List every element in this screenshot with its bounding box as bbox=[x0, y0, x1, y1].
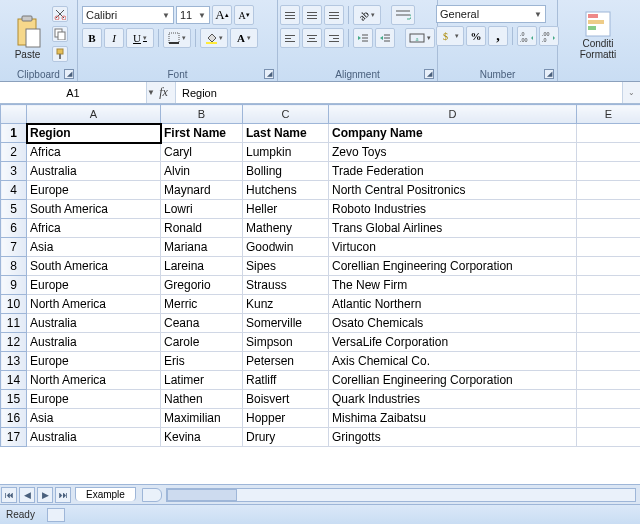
font-size-combo[interactable]: 11▼ bbox=[176, 6, 210, 24]
tab-nav-last[interactable]: ⏭ bbox=[55, 487, 71, 503]
paste-button[interactable]: Paste bbox=[8, 2, 48, 62]
cell[interactable]: Petersen bbox=[243, 352, 329, 371]
percent-button[interactable]: % bbox=[466, 26, 486, 46]
row-header[interactable]: 4 bbox=[1, 181, 27, 200]
fill-color-button[interactable]: ▾ bbox=[200, 28, 228, 48]
row-header[interactable]: 12 bbox=[1, 333, 27, 352]
cell[interactable] bbox=[577, 333, 641, 352]
cell[interactable]: Ratliff bbox=[243, 371, 329, 390]
align-top-button[interactable] bbox=[280, 5, 300, 25]
cell[interactable] bbox=[577, 314, 641, 333]
horizontal-scrollbar[interactable] bbox=[166, 488, 636, 502]
cell[interactable]: Asia bbox=[27, 238, 161, 257]
row-header[interactable]: 15 bbox=[1, 390, 27, 409]
insert-sheet-button[interactable] bbox=[142, 488, 162, 502]
cell[interactable]: North America bbox=[27, 371, 161, 390]
cell[interactable]: Corellian Engineering Corporation bbox=[329, 257, 577, 276]
cell[interactable]: Lareina bbox=[161, 257, 243, 276]
cell[interactable]: Europe bbox=[27, 390, 161, 409]
cell[interactable] bbox=[577, 276, 641, 295]
number-dialog-launcher[interactable]: ◢ bbox=[544, 69, 554, 79]
underline-button[interactable]: U▾ bbox=[126, 28, 154, 48]
cell[interactable]: Sipes bbox=[243, 257, 329, 276]
cell[interactable]: Zevo Toys bbox=[329, 143, 577, 162]
cell[interactable] bbox=[577, 181, 641, 200]
align-bottom-button[interactable] bbox=[324, 5, 344, 25]
row-header[interactable]: 5 bbox=[1, 200, 27, 219]
cell[interactable]: The New Firm bbox=[329, 276, 577, 295]
cell[interactable]: Virtucon bbox=[329, 238, 577, 257]
border-button[interactable]: ▾ bbox=[163, 28, 191, 48]
decrease-decimal-button[interactable]: .00.0 bbox=[539, 26, 559, 46]
cell[interactable] bbox=[577, 295, 641, 314]
cell[interactable]: Latimer bbox=[161, 371, 243, 390]
cell[interactable]: Africa bbox=[27, 143, 161, 162]
row-header[interactable]: 9 bbox=[1, 276, 27, 295]
cell[interactable]: Lumpkin bbox=[243, 143, 329, 162]
cell[interactable] bbox=[577, 238, 641, 257]
cell[interactable] bbox=[577, 409, 641, 428]
copy-button[interactable] bbox=[52, 26, 68, 42]
sheet-tab-active[interactable]: Example bbox=[75, 487, 136, 501]
cell[interactable]: Axis Chemical Co. bbox=[329, 352, 577, 371]
cell[interactable]: Maximilian bbox=[161, 409, 243, 428]
row-header[interactable]: 17 bbox=[1, 428, 27, 447]
cell[interactable]: Australia bbox=[27, 333, 161, 352]
cell[interactable]: Gregorio bbox=[161, 276, 243, 295]
cell[interactable]: Lowri bbox=[161, 200, 243, 219]
cell[interactable]: Atlantic Northern bbox=[329, 295, 577, 314]
cell[interactable] bbox=[577, 124, 641, 143]
cell[interactable]: Europe bbox=[27, 276, 161, 295]
cell[interactable]: North America bbox=[27, 295, 161, 314]
tab-nav-first[interactable]: ⏮ bbox=[1, 487, 17, 503]
row-header[interactable]: 10 bbox=[1, 295, 27, 314]
cell[interactable]: Region bbox=[27, 124, 161, 143]
align-middle-button[interactable] bbox=[302, 5, 322, 25]
row-header[interactable]: 11 bbox=[1, 314, 27, 333]
cell[interactable]: Quark Industries bbox=[329, 390, 577, 409]
cell[interactable] bbox=[577, 371, 641, 390]
cell[interactable]: Asia bbox=[27, 409, 161, 428]
cell[interactable] bbox=[577, 162, 641, 181]
col-header[interactable]: B bbox=[161, 105, 243, 124]
align-right-button[interactable] bbox=[324, 28, 344, 48]
cell[interactable]: Drury bbox=[243, 428, 329, 447]
alignment-dialog-launcher[interactable]: ◢ bbox=[424, 69, 434, 79]
row-header[interactable]: 13 bbox=[1, 352, 27, 371]
col-header[interactable]: A bbox=[27, 105, 161, 124]
grow-font-button[interactable]: A▴ bbox=[212, 5, 232, 25]
cell[interactable]: Company Name bbox=[329, 124, 577, 143]
cell[interactable]: Mariana bbox=[161, 238, 243, 257]
cell[interactable]: Caryl bbox=[161, 143, 243, 162]
cell[interactable]: South America bbox=[27, 200, 161, 219]
cell[interactable]: Australia bbox=[27, 162, 161, 181]
cell[interactable]: Nathen bbox=[161, 390, 243, 409]
cell[interactable]: Hopper bbox=[243, 409, 329, 428]
cell[interactable]: North Central Positronics bbox=[329, 181, 577, 200]
cell[interactable] bbox=[577, 219, 641, 238]
increase-decimal-button[interactable]: .0.00 bbox=[517, 26, 537, 46]
tab-nav-next[interactable]: ▶ bbox=[37, 487, 53, 503]
select-all-corner[interactable] bbox=[1, 105, 27, 124]
cell[interactable]: Roboto Industries bbox=[329, 200, 577, 219]
row-header[interactable]: 6 bbox=[1, 219, 27, 238]
conditional-formatting-button[interactable]: Conditi Formatti bbox=[568, 2, 628, 62]
shrink-font-button[interactable]: A▾ bbox=[234, 5, 254, 25]
cell[interactable] bbox=[577, 143, 641, 162]
row-header[interactable]: 1 bbox=[1, 124, 27, 143]
align-center-button[interactable] bbox=[302, 28, 322, 48]
col-header[interactable]: E bbox=[577, 105, 641, 124]
italic-button[interactable]: I bbox=[104, 28, 124, 48]
increase-indent-button[interactable] bbox=[375, 28, 395, 48]
cell[interactable]: Kunz bbox=[243, 295, 329, 314]
cell[interactable]: Last Name bbox=[243, 124, 329, 143]
cell[interactable]: Europe bbox=[27, 181, 161, 200]
row-header[interactable]: 7 bbox=[1, 238, 27, 257]
cell[interactable]: Somerville bbox=[243, 314, 329, 333]
format-painter-button[interactable] bbox=[52, 46, 68, 62]
decrease-indent-button[interactable] bbox=[353, 28, 373, 48]
worksheet-grid[interactable]: A B C D E 1RegionFirst NameLast NameComp… bbox=[0, 104, 640, 484]
bold-button[interactable]: B bbox=[82, 28, 102, 48]
cut-button[interactable] bbox=[52, 6, 68, 22]
name-box[interactable] bbox=[0, 87, 146, 99]
